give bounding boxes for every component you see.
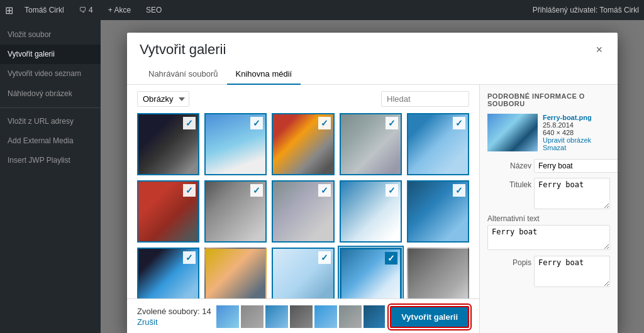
field-row-titulek: Titulek Ferry boat xyxy=(487,178,610,209)
detail-meta: Ferry-boat.png 25.8.2014 640 × 428 Uprav… xyxy=(543,114,592,151)
check-mark-6: ✓ xyxy=(183,184,196,197)
image-thumb-11[interactable]: ✓ xyxy=(137,248,199,298)
image-thumb-7[interactable]: ✓ xyxy=(204,180,267,243)
selected-count: Zvolené soubory: 14 xyxy=(137,307,211,316)
modal-body: Obrázky ✓ ✓ xyxy=(127,85,618,333)
modal-tabs: Nahrávání souborů Knihovna médií xyxy=(127,64,618,85)
modal-header: Vytvořit galerii × xyxy=(127,33,618,58)
image-thumb-12[interactable] xyxy=(204,248,267,298)
image-thumb-1[interactable]: ✓ xyxy=(137,113,199,175)
sidebar-item-video[interactable]: Vytvořit video seznam xyxy=(0,64,101,84)
file-dimensions: 640 × 428 xyxy=(543,129,574,136)
content-area: Vytvořit galerii × Nahrávání souborů Kni… xyxy=(101,20,644,333)
sidebar-item-nahledovy[interactable]: Náhledový obrázek xyxy=(0,84,101,104)
image-thumb-10[interactable]: ✓ xyxy=(407,180,469,243)
strip-thumb-3 xyxy=(265,305,288,328)
comment-count[interactable]: 🗨 4 xyxy=(75,6,97,14)
image-thumb-15[interactable] xyxy=(407,248,469,298)
image-thumb-3[interactable]: ✓ xyxy=(272,113,334,175)
check-mark-8: ✓ xyxy=(318,184,331,197)
check-mark-13: ✓ xyxy=(318,251,331,264)
alt-text-textarea[interactable]: Ferry boat xyxy=(487,225,610,250)
edit-image-link[interactable]: Upravit obrázek xyxy=(543,136,592,144)
create-gallery-button[interactable]: Vytvořit galerii xyxy=(390,306,469,328)
check-mark-11: ✓ xyxy=(183,251,196,264)
check-mark-2: ✓ xyxy=(250,117,263,129)
alt-text-label: Alternativní text xyxy=(487,214,610,223)
site-name[interactable]: Tomáš Cirkl xyxy=(21,6,68,14)
modal-title: Vytvořit galerii xyxy=(140,41,226,58)
field-row-nazev: Název xyxy=(487,159,610,173)
titulek-textarea[interactable]: Ferry boat xyxy=(534,178,610,209)
strip-thumb-6 xyxy=(339,305,362,328)
tab-upload[interactable]: Nahrávání souborů xyxy=(140,64,227,85)
sidebar: Vložit soubor Vytvořit galerii Vytvořit … xyxy=(0,20,101,333)
image-thumb-8[interactable]: ✓ xyxy=(272,180,334,243)
filter-bar: Obrázky xyxy=(127,85,479,113)
search-input[interactable] xyxy=(381,91,469,107)
gallery-bottom: Zvolené soubory: 14 Zrušit xyxy=(127,298,479,333)
detail-fields: Název Titulek Ferry boat Alternativní te… xyxy=(487,159,610,287)
strip-thumb-4 xyxy=(290,305,313,328)
image-thumb-6[interactable]: ✓ xyxy=(137,180,199,243)
sidebar-item-vytvořit-galerii[interactable]: Vytvořit galerii xyxy=(0,45,101,64)
delete-link[interactable]: Smazat xyxy=(543,144,566,151)
check-mark-5: ✓ xyxy=(453,117,465,129)
check-mark-4: ✓ xyxy=(386,117,398,129)
logged-in-user: Přihlášený uživatel: Tomáš Cirkl xyxy=(533,6,639,14)
field-row-popis: Popis Ferry boat xyxy=(487,256,610,287)
check-mark-10: ✓ xyxy=(453,184,465,197)
sidebar-item-vložit-soubor[interactable]: Vložit soubor xyxy=(0,25,101,45)
check-mark-9: ✓ xyxy=(386,184,398,197)
check-mark-1: ✓ xyxy=(183,117,196,129)
tab-library[interactable]: Knihovna médií xyxy=(227,64,301,85)
nazev-input[interactable] xyxy=(534,159,618,173)
detail-preview: Ferry-boat.png 25.8.2014 640 × 428 Uprav… xyxy=(487,114,610,151)
image-thumb-13[interactable]: ✓ xyxy=(272,248,334,298)
image-thumb-4[interactable]: ✓ xyxy=(340,113,402,175)
detail-image xyxy=(487,114,538,151)
check-mark-3: ✓ xyxy=(318,117,331,129)
seo-item[interactable]: SEO xyxy=(142,6,165,14)
gallery-area: Obrázky ✓ ✓ xyxy=(127,85,479,333)
strip-thumb-5 xyxy=(314,305,337,328)
admin-bar: ⊞ Tomáš Cirkl 🗨 4 + Akce SEO Přihlášený … xyxy=(0,0,644,20)
strip-thumb-2 xyxy=(241,305,264,328)
strip-thumb-1 xyxy=(216,305,239,328)
thumb-strip xyxy=(216,305,385,328)
filename: Ferry-boat.png xyxy=(543,114,592,121)
cancel-link[interactable]: Zrušit xyxy=(137,317,211,327)
image-grid[interactable]: ✓ ✓ ✓ ✓ xyxy=(127,113,479,298)
strip-thumb-7 xyxy=(364,305,385,328)
titulek-label: Titulek xyxy=(487,178,531,189)
image-thumb-14[interactable]: ✓ xyxy=(340,248,402,298)
image-thumb-5[interactable]: ✓ xyxy=(407,113,469,175)
check-mark-14: ✓ xyxy=(385,252,397,265)
detail-panel-title: PODROBNÉ INFORMACE O SOUBORU xyxy=(487,92,610,107)
plus-action[interactable]: + Akce xyxy=(104,6,135,14)
file-date: 25.8.2014 xyxy=(543,121,574,129)
wp-logo: ⊞ xyxy=(5,4,13,16)
filter-select[interactable]: Obrázky xyxy=(137,91,189,107)
popis-textarea[interactable]: Ferry boat xyxy=(534,256,610,287)
nazev-label: Název xyxy=(487,159,531,170)
image-grid-inner: ✓ ✓ ✓ ✓ xyxy=(137,113,469,298)
sidebar-item-jwp[interactable]: Insert JWP Playlist xyxy=(0,151,101,170)
check-mark-7: ✓ xyxy=(250,184,263,197)
detail-panel: PODROBNÉ INFORMACE O SOUBORU Ferry-boat.… xyxy=(479,85,618,333)
image-thumb-2[interactable]: ✓ xyxy=(204,113,267,175)
sidebar-item-external[interactable]: Add External Media xyxy=(0,131,101,151)
image-thumb-9[interactable]: ✓ xyxy=(340,180,402,243)
modal-close-button[interactable]: × xyxy=(593,44,605,55)
popis-label: Popis xyxy=(487,256,531,267)
modal-overlay: Vytvořit galerii × Nahrávání souborů Kni… xyxy=(101,20,644,333)
sidebar-item-url[interactable]: Vložit z URL adresy xyxy=(0,112,101,131)
modal: Vytvořit galerii × Nahrávání souborů Kni… xyxy=(127,33,618,333)
